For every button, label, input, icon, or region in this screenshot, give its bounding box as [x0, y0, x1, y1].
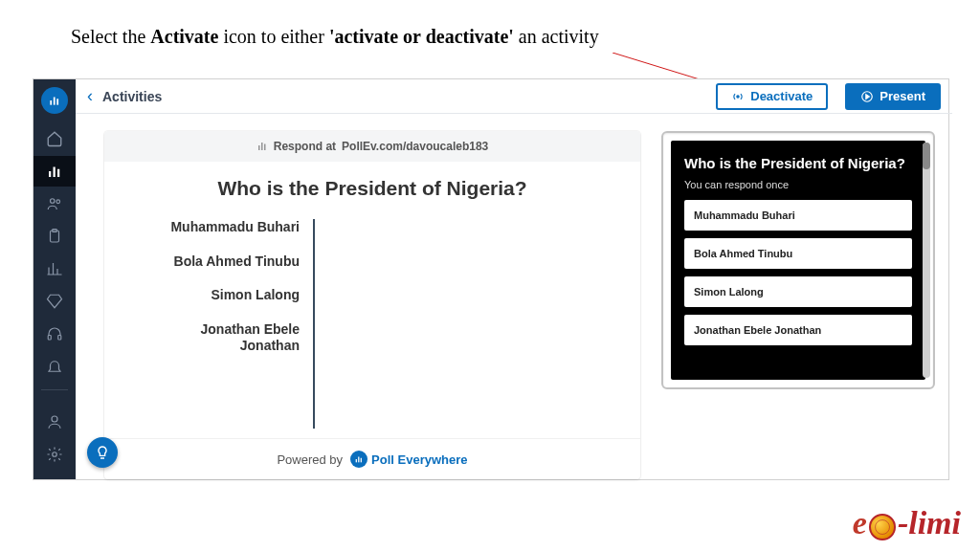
svg-rect-22 — [358, 457, 359, 463]
elimi-brandmark: e-limi — [853, 505, 961, 541]
help-fab[interactable] — [87, 437, 118, 468]
deactivate-button[interactable]: Deactivate — [716, 83, 828, 110]
present-button[interactable]: Present — [845, 83, 941, 110]
gear-icon[interactable] — [33, 439, 76, 470]
clipboard-icon[interactable] — [33, 221, 76, 252]
powered-label: Powered by — [277, 452, 343, 467]
instruction-text: Select the Activate icon to either 'acti… — [71, 26, 599, 48]
sidebar-divider — [41, 389, 68, 403]
respond-banner: Respond at PollEv.com/davoucaleb183 — [104, 131, 640, 162]
svg-rect-5 — [49, 171, 51, 177]
headset-icon[interactable] — [33, 319, 76, 349]
topbar: ‹ Activities Deactivate Present — [76, 79, 952, 114]
svg-rect-19 — [261, 143, 263, 150]
svg-point-8 — [51, 199, 56, 204]
page-title: Activities — [102, 89, 162, 104]
svg-rect-7 — [57, 169, 59, 177]
preview-screen: Who is the President of Nigeria? You can… — [671, 141, 925, 380]
deactivate-label: Deactivate — [750, 89, 813, 103]
preview-option[interactable]: Simon Lalong — [684, 276, 912, 307]
brand-label: Poll Everywhere — [371, 452, 467, 467]
diamond-icon[interactable] — [33, 286, 76, 317]
people-icon[interactable] — [33, 188, 76, 219]
poll-option: Bola Ahmed Tinubu — [143, 253, 300, 271]
svg-rect-13 — [58, 336, 61, 341]
brand-text: -limi — [898, 505, 961, 541]
bell-icon[interactable] — [33, 351, 76, 382]
preview-question: Who is the President of Nigeria? — [684, 154, 912, 173]
chart-bars-area — [315, 219, 602, 429]
stats-icon[interactable] — [33, 253, 76, 284]
preview-option[interactable]: Bola Ahmed Tinubu — [684, 238, 912, 269]
app-logo[interactable] — [41, 87, 68, 114]
sidebar — [33, 79, 76, 479]
globe-icon — [869, 514, 896, 540]
svg-point-9 — [56, 200, 60, 204]
instruction-bold1: Activate — [150, 26, 218, 47]
lightbulb-icon — [95, 445, 110, 460]
preview-scrollbar[interactable] — [923, 143, 930, 378]
preview-option[interactable]: Jonathan Ebele Jonathan — [684, 315, 912, 345]
back-button[interactable]: ‹ — [87, 86, 93, 106]
polls-icon[interactable] — [33, 156, 76, 187]
svg-rect-12 — [48, 336, 51, 341]
poll-options-labels: Muhammadu Buhari Bola Ahmed Tinubu Simon… — [143, 219, 313, 429]
present-label: Present — [880, 89, 925, 103]
powered-by: Powered by Poll Everywhere — [104, 438, 640, 479]
content-area: Respond at PollEv.com/davoucaleb183 Who … — [76, 114, 952, 479]
poll-option: Muhammadu Buhari — [143, 219, 300, 236]
svg-rect-18 — [258, 145, 260, 150]
svg-rect-2 — [50, 100, 52, 105]
instruction-pre: Select the — [71, 26, 150, 47]
link-icon — [256, 141, 268, 152]
svg-point-16 — [737, 95, 739, 97]
main-area: ‹ Activities Deactivate Present Respond … — [76, 79, 952, 479]
svg-rect-4 — [56, 99, 58, 104]
polleverywhere-logo: Poll Everywhere — [350, 451, 467, 468]
preview-options: Muhammadu Buhari Bola Ahmed Tinubu Simon… — [684, 200, 912, 345]
broadcast-icon — [731, 90, 745, 103]
user-icon[interactable] — [33, 407, 76, 437]
poll-card: Respond at PollEv.com/davoucaleb183 Who … — [104, 131, 640, 479]
instruction-mid: icon to either — [218, 26, 329, 47]
respond-prefix: Respond at — [274, 140, 336, 153]
preview-option[interactable]: Muhammadu Buhari — [684, 200, 912, 231]
svg-rect-6 — [54, 167, 56, 178]
preview-subtext: You can respond once — [684, 179, 912, 190]
home-icon[interactable] — [33, 123, 76, 154]
instruction-post: an activity — [514, 26, 599, 47]
svg-rect-21 — [356, 459, 357, 462]
svg-point-14 — [52, 416, 57, 422]
app-window: ‹ Activities Deactivate Present Respond … — [33, 78, 949, 480]
svg-rect-20 — [264, 144, 266, 151]
poll-question: Who is the President of Nigeria? — [104, 162, 640, 219]
respond-url: PollEv.com/davoucaleb183 — [342, 140, 488, 153]
instruction-bold2: 'activate or deactivate' — [329, 26, 514, 47]
poll-option: Simon Lalong — [143, 287, 300, 304]
poll-body: Muhammadu Buhari Bola Ahmed Tinubu Simon… — [104, 219, 640, 438]
svg-point-15 — [53, 452, 57, 457]
poll-option: Jonathan Ebele Jonathan — [143, 321, 300, 355]
mobile-preview: Who is the President of Nigeria? You can… — [661, 131, 935, 389]
svg-rect-23 — [361, 458, 362, 463]
svg-rect-3 — [54, 98, 56, 105]
play-icon — [860, 90, 874, 103]
